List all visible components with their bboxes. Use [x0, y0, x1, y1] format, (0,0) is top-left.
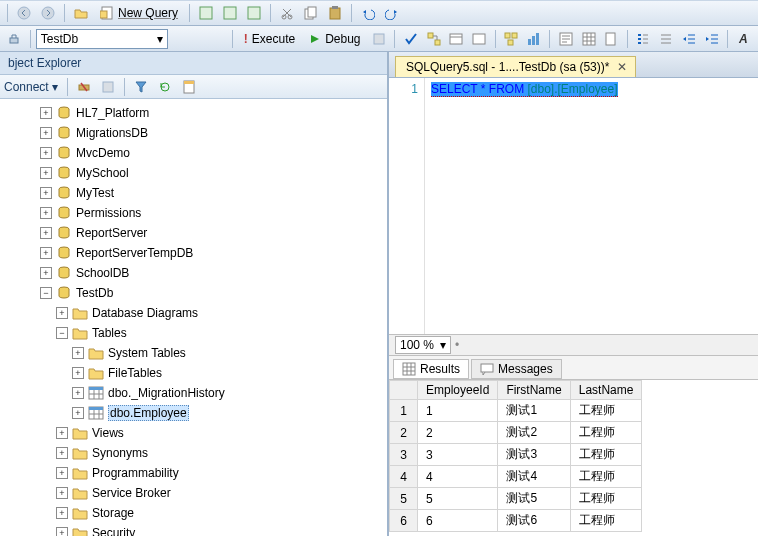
- expander-icon[interactable]: −: [56, 327, 68, 339]
- table-row[interactable]: 44测试4工程师: [390, 466, 642, 488]
- cell[interactable]: 5: [418, 488, 498, 510]
- tab-messages[interactable]: Messages: [471, 359, 562, 379]
- tree-node[interactable]: +SchoolDB: [0, 263, 387, 283]
- query-options-icon[interactable]: [446, 29, 467, 49]
- row-header[interactable]: 5: [390, 488, 418, 510]
- expander-icon[interactable]: +: [40, 147, 52, 159]
- stop-icon[interactable]: [369, 29, 390, 49]
- redo-icon[interactable]: [381, 3, 403, 23]
- results-grid-icon[interactable]: [578, 29, 599, 49]
- expander-icon[interactable]: +: [56, 307, 68, 319]
- expander-icon[interactable]: +: [40, 167, 52, 179]
- results-grid[interactable]: EmployeeIdFirstNameLastName11测试1工程师22测试2…: [389, 380, 758, 536]
- undo-icon[interactable]: [357, 3, 379, 23]
- uncomment-icon[interactable]: [656, 29, 677, 49]
- row-header[interactable]: 6: [390, 510, 418, 532]
- table-row[interactable]: 66测试6工程师: [390, 510, 642, 532]
- column-header[interactable]: LastName: [570, 381, 642, 400]
- expander-icon[interactable]: +: [40, 107, 52, 119]
- paste-icon[interactable]: [324, 3, 346, 23]
- tree-node[interactable]: +Permissions: [0, 203, 387, 223]
- tb-icon-3[interactable]: [243, 3, 265, 23]
- expander-icon[interactable]: +: [72, 387, 84, 399]
- expander-icon[interactable]: +: [40, 267, 52, 279]
- tree-node[interactable]: +MvcDemo: [0, 143, 387, 163]
- table-row[interactable]: 33测试3工程师: [390, 444, 642, 466]
- cell[interactable]: 3: [418, 444, 498, 466]
- expander-icon[interactable]: +: [40, 227, 52, 239]
- execute-button[interactable]: ! Execute: [238, 29, 301, 49]
- cell[interactable]: 测试1: [498, 400, 570, 422]
- tree-node[interactable]: +FileTables: [0, 363, 387, 383]
- expander-icon[interactable]: +: [56, 507, 68, 519]
- zoom-selector[interactable]: 100 % ▾: [395, 336, 451, 354]
- table-row[interactable]: 55测试5工程师: [390, 488, 642, 510]
- cell[interactable]: 工程师: [570, 422, 642, 444]
- connect-button[interactable]: Connect ▾: [4, 80, 62, 94]
- row-header[interactable]: 1: [390, 400, 418, 422]
- expander-icon[interactable]: +: [40, 247, 52, 259]
- row-header[interactable]: 2: [390, 422, 418, 444]
- properties-icon[interactable]: [178, 77, 200, 97]
- tree-node[interactable]: −TestDb: [0, 283, 387, 303]
- expander-icon[interactable]: +: [56, 487, 68, 499]
- refresh-icon[interactable]: [154, 77, 176, 97]
- intellisense-icon[interactable]: [469, 29, 490, 49]
- tree-node[interactable]: +Security: [0, 523, 387, 536]
- tree-node[interactable]: +MigrationsDB: [0, 123, 387, 143]
- tree-node[interactable]: +Synonyms: [0, 443, 387, 463]
- stop-icon-2[interactable]: [97, 77, 119, 97]
- cell[interactable]: 工程师: [570, 400, 642, 422]
- cell[interactable]: 6: [418, 510, 498, 532]
- expander-icon[interactable]: −: [40, 287, 52, 299]
- row-header[interactable]: 3: [390, 444, 418, 466]
- tree-node[interactable]: +ReportServer: [0, 223, 387, 243]
- cell[interactable]: 1: [418, 400, 498, 422]
- cell[interactable]: 测试5: [498, 488, 570, 510]
- close-icon[interactable]: ✕: [617, 60, 627, 74]
- cell[interactable]: 工程师: [570, 510, 642, 532]
- comment-icon[interactable]: [633, 29, 654, 49]
- new-query-button[interactable]: New Query: [94, 3, 184, 23]
- indent-icon[interactable]: [678, 29, 699, 49]
- tree-node[interactable]: +HL7_Platform: [0, 103, 387, 123]
- cell[interactable]: 测试4: [498, 466, 570, 488]
- estimated-plan-icon[interactable]: [423, 29, 444, 49]
- expander-icon[interactable]: +: [56, 527, 68, 536]
- database-tree[interactable]: +HL7_Platform+MigrationsDB+MvcDemo+MySch…: [0, 99, 387, 536]
- expander-icon[interactable]: +: [56, 447, 68, 459]
- tree-node[interactable]: +ReportServerTempDB: [0, 243, 387, 263]
- nav-fwd-icon[interactable]: [37, 3, 59, 23]
- column-header[interactable]: FirstName: [498, 381, 570, 400]
- expander-icon[interactable]: +: [56, 427, 68, 439]
- cell[interactable]: 测试3: [498, 444, 570, 466]
- tree-node[interactable]: +dbo.Employee: [0, 403, 387, 423]
- tree-node[interactable]: +MyTest: [0, 183, 387, 203]
- tree-node[interactable]: +System Tables: [0, 343, 387, 363]
- row-header[interactable]: 4: [390, 466, 418, 488]
- sql-editor[interactable]: 1 SELECT * FROM [dbo].[Employee]: [389, 78, 758, 334]
- cut-icon[interactable]: [276, 3, 298, 23]
- connection-icon[interactable]: [4, 29, 25, 49]
- database-selector[interactable]: TestDb ▾: [36, 29, 169, 49]
- tree-node[interactable]: +dbo._MigrationHistory: [0, 383, 387, 403]
- expander-icon[interactable]: +: [40, 207, 52, 219]
- cell[interactable]: 2: [418, 422, 498, 444]
- tree-node[interactable]: +Views: [0, 423, 387, 443]
- tab-results[interactable]: Results: [393, 359, 469, 379]
- column-header[interactable]: EmployeeId: [418, 381, 498, 400]
- expander-icon[interactable]: +: [72, 347, 84, 359]
- expander-icon[interactable]: +: [72, 407, 84, 419]
- tree-node[interactable]: +Programmability: [0, 463, 387, 483]
- tb-icon-2[interactable]: [219, 3, 241, 23]
- cell[interactable]: 工程师: [570, 488, 642, 510]
- expander-icon[interactable]: +: [40, 187, 52, 199]
- cell[interactable]: 工程师: [570, 466, 642, 488]
- copy-icon[interactable]: [300, 3, 322, 23]
- expander-icon[interactable]: +: [40, 127, 52, 139]
- parse-icon[interactable]: [400, 29, 421, 49]
- nav-back-icon[interactable]: [13, 3, 35, 23]
- open-icon[interactable]: [70, 3, 92, 23]
- outdent-icon[interactable]: [701, 29, 722, 49]
- cell[interactable]: 测试2: [498, 422, 570, 444]
